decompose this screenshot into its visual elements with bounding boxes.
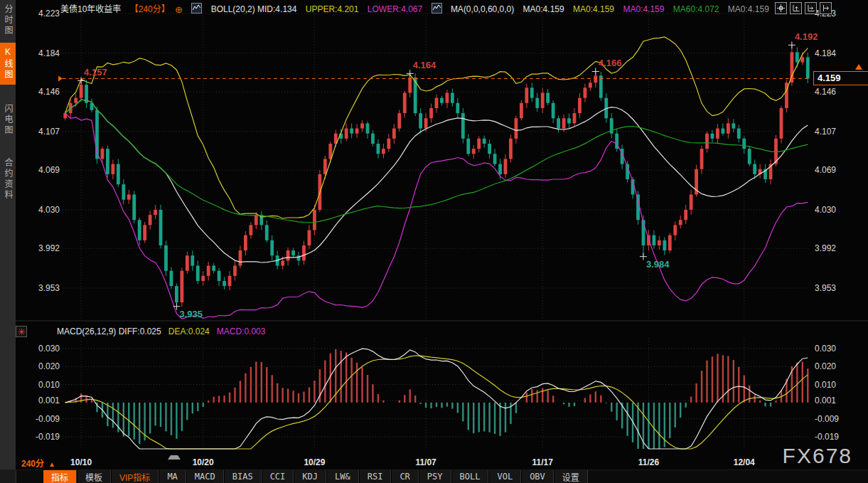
candle-body [117,164,120,185]
macd-hist-bar [261,362,262,403]
axis-zoom-up-icon[interactable] [790,2,802,14]
macd-hist-bar [499,403,500,436]
boll-indicator-icon[interactable] [191,3,202,14]
macd-settings-icon[interactable] [16,326,27,337]
period-label: 【240分】 [130,4,170,14]
toolbar-button-vol[interactable]: VOL [488,470,521,483]
candle-body [748,149,751,164]
y-axis-label-right: 4.030 [815,205,836,215]
y-axis-label-right: 3.953 [815,283,836,293]
macd-hist-bar [637,403,638,449]
toolbar-button-boll[interactable]: BOLL [451,470,489,483]
x-axis-date-label: 11/07 [415,457,436,467]
toolbar-button-kdj[interactable]: KDJ [294,470,326,483]
candle-body [742,139,746,149]
candle-body [653,235,656,245]
macd-hist-bar [250,367,252,403]
candle-body [180,271,183,302]
crosshair-icon[interactable] [775,2,787,14]
candle-body [673,225,677,235]
candle-body [355,129,359,134]
macd-axis-label-left: 0.010 [38,380,60,390]
macd-axis-label-left: 0.001 [38,396,60,405]
x-axis-date-label: 10/20 [193,457,214,467]
macd-hist-bar [430,403,432,408]
candle-body [323,159,327,174]
toolbar-button-macd[interactable]: MACD [186,470,224,483]
toolbar-button-obv[interactable]: OBV [521,470,554,483]
candle-body [149,215,152,225]
macd-hist-bar [542,388,543,403]
price-annotation: 4.166 [599,58,622,68]
candle-body [509,139,513,159]
toolbar-button-settings[interactable]: 设置 [554,470,588,483]
chart-canvas[interactable]: 4.2234.2234.1844.1844.1464.1464.1074.107… [0,0,868,483]
macd-hist-bar [282,388,283,403]
sidebar-tab-flash-chart[interactable]: 闪电图 [0,104,16,136]
toolbar-button-lw[interactable]: LW& [326,470,359,483]
toolbar-button-template[interactable]: 模板 [77,470,111,483]
macd-hist-bar [568,403,569,407]
macd-hist-bar [298,393,299,403]
sidebar-tab-contract-info[interactable]: 合约资料 [0,158,16,201]
macd-hist-bar [473,403,474,433]
timeframe-selector[interactable]: 240分▲ [21,457,55,469]
sidebar-tab-time-chart[interactable]: 分时图 [0,4,16,36]
macd-hist-bar [314,381,315,403]
axis-zoom-right-icon[interactable] [805,2,817,14]
toolbar-button-indicator[interactable]: 指标 [43,470,77,483]
ma0-readout-4: MA0:4.159 [728,4,769,14]
toolbar-button-ma[interactable]: MA [159,470,186,483]
candle-body [111,164,114,174]
macd-hist-bar [350,358,352,403]
candle-body [705,134,709,149]
y-axis-label-left: 4.184 [38,48,60,58]
candle-body [515,118,518,139]
macd-hist-bar [208,400,209,403]
candle-body [106,149,109,174]
toolbar-button-bias[interactable]: BIAS [224,470,262,483]
macd-hist-bar [123,403,124,437]
macd-hist-bar [483,403,485,432]
macd-hist-bar [733,360,734,403]
candle-body [392,129,396,139]
macd-hist-bar [457,403,459,413]
ma-indicator-icon[interactable] [432,3,442,14]
sidebar-tab-kline-chart[interactable]: K线图 [0,43,16,85]
macd-hist-bar [669,403,670,438]
candle-body [228,276,232,286]
macd-hist-bar [149,403,151,433]
add-indicator-icon[interactable]: ⊕ [175,4,183,15]
toolbar-button-cci[interactable]: CCI [262,470,294,483]
candle-body [143,225,146,240]
toolbar-button-cr[interactable]: CR [391,470,418,483]
pan-right-icon[interactable] [820,2,832,14]
candle-body [711,134,714,139]
timeframe-label: 240分 [21,459,44,469]
candle-body [360,123,364,128]
macd-axis-label-right: -0.009 [815,414,839,424]
candle-body [159,210,163,245]
candle-body [658,240,661,245]
macd-hist-bar [510,403,511,424]
chart-header: 美债10年收益率 【240分】 ⊕ BOLL(20,2) MID:4.134 U… [60,2,776,14]
macd-hist-bar [160,403,161,427]
macd-hist-bar [234,388,235,403]
macd-hist-bar [176,403,177,439]
y-axis-label-left: 4.069 [38,165,60,175]
macd-hist-bar [419,403,421,404]
candle-body [244,235,247,250]
candle-body [387,139,390,149]
y-axis-label-right: 4.107 [815,127,836,137]
macd-hist-bar [537,390,538,403]
candle-body [212,266,215,271]
toolbar-button-vip-indicator[interactable]: VIP指标 [111,470,159,483]
macd-hist-bar [181,403,183,431]
x-axis-date-label: 11/26 [638,457,660,467]
toolbar-button-psy[interactable]: PSY [419,470,451,483]
candle-body [546,93,550,103]
macd-axis-label-right: 0.030 [815,344,836,354]
candle-body [382,149,385,154]
macd-axis-label-left: -0.009 [36,414,60,424]
toolbar-button-rsi[interactable]: RSI [359,470,392,483]
